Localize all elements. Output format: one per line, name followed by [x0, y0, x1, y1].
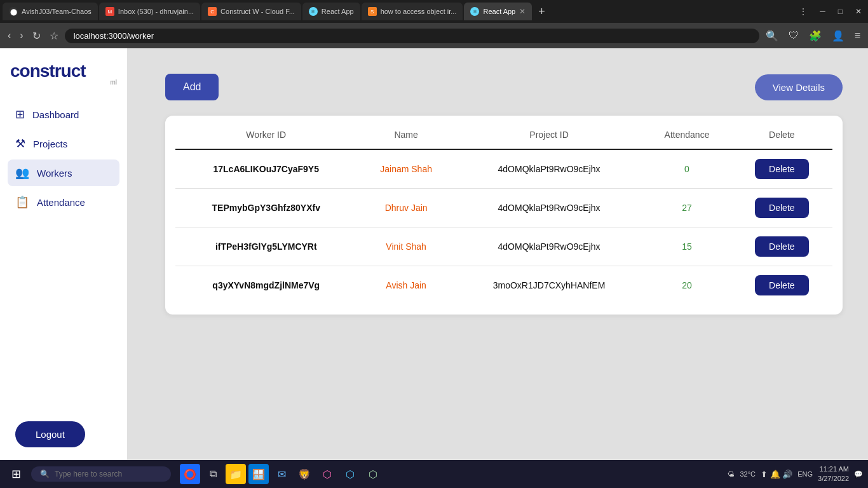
search-button[interactable]: 🔍	[763, 27, 781, 44]
date-display: 3/27/2022	[818, 474, 849, 484]
forward-button[interactable]: ›	[17, 27, 25, 44]
sidebar-item-attendance[interactable]: 📋 Attendance	[8, 189, 119, 215]
col-attendance: Attendance	[642, 121, 731, 149]
sidebar-item-projects[interactable]: ⚒ Projects	[8, 130, 119, 157]
profile-icon[interactable]: 👤	[829, 27, 847, 44]
cell-delete: Delete	[731, 266, 832, 305]
tab-construct[interactable]: C Construct W - Cloud F...	[201, 3, 301, 20]
col-project-id: Project ID	[456, 121, 643, 149]
table-row: q3yXYvN8mgdZjlNMe7Vg Avish Jain 3moOxR1J…	[175, 266, 832, 305]
tab-bar: ⬤ AvishJ03/Team-Chaos M Inbox (530) - dh…	[0, 0, 868, 23]
cell-name: Jainam Shah	[356, 149, 455, 189]
logo-text: construct	[10, 61, 86, 81]
logout-button[interactable]: Logout	[15, 421, 85, 447]
taskbar-app-extra1[interactable]: ⬡	[317, 464, 337, 484]
tab-react2-label: React App	[483, 8, 515, 15]
cell-delete: Delete	[731, 149, 832, 189]
react1-favicon: ⚛	[309, 7, 318, 16]
taskbar-app-explorer[interactable]: 📁	[226, 464, 246, 484]
back-button[interactable]: ‹	[5, 27, 13, 44]
sidebar-item-dashboard[interactable]: ⊞ Dashboard	[8, 101, 119, 128]
cell-delete: Delete	[731, 189, 832, 227]
cell-name: Avish Jain	[356, 266, 455, 305]
taskbar-search: 🔍	[31, 466, 171, 482]
cell-attendance: 15	[642, 227, 731, 266]
github-favicon: ⬤	[9, 7, 18, 16]
cell-project-id: 4dOMQklaPt9RwO9cEjhx	[456, 149, 643, 189]
table-header-row: Worker ID Name Project ID Attendance Del…	[175, 121, 832, 149]
extensions-icon[interactable]: 🧩	[806, 27, 824, 44]
taskbar-search-icon: 🔍	[40, 470, 50, 478]
sidebar-logo: construct ml	[0, 48, 127, 101]
taskbar-apps: ⭕ ⧉ 📁 🪟 ✉ 🦁 ⬡ ⬡ ⬡	[180, 464, 383, 484]
address-bar[interactable]	[65, 29, 759, 43]
table-row: ifTPeH3fGlYg5LYMCYRt Vinit Shah 4dOMQkla…	[175, 227, 832, 266]
cell-worker-id: 17LcA6LIKOuJ7CyaF9Y5	[175, 149, 356, 189]
sys-tray-icons: ⬆ 🔔 🔊	[761, 470, 792, 479]
view-details-button[interactable]: View Details	[755, 74, 843, 100]
taskbar-app-view[interactable]: ⧉	[203, 464, 223, 484]
table-row: 17LcA6LIKOuJ7CyaF9Y5 Jainam Shah 4dOMQkl…	[175, 149, 832, 189]
close-icon[interactable]: ✕	[851, 6, 865, 17]
taskbar: ⊞ 🔍 ⭕ ⧉ 📁 🪟 ✉ 🦁 ⬡ ⬡ ⬡ 🌤 32°C ⬆ 🔔 🔊 ENG 1…	[0, 460, 868, 488]
tab-github[interactable]: ⬤ AvishJ03/Team-Chaos	[3, 3, 98, 20]
start-button[interactable]: ⊞	[5, 464, 27, 484]
col-delete: Delete	[731, 121, 832, 149]
minimize-icon[interactable]: ─	[816, 6, 829, 17]
tab-so-label: how to access object ir...	[381, 8, 457, 15]
tab-menu-icon[interactable]: ⋮	[796, 6, 811, 17]
delete-button-2[interactable]: Delete	[755, 236, 808, 257]
maximize-icon[interactable]: □	[834, 6, 846, 17]
construct-favicon: C	[208, 7, 217, 16]
delete-button-3[interactable]: Delete	[755, 275, 808, 295]
brave-shield-icon[interactable]: 🛡	[786, 27, 801, 44]
time-display: 11:21 AM	[818, 464, 849, 474]
sidebar-item-dashboard-label: Dashboard	[32, 109, 79, 120]
sidebar: construct ml ⊞ Dashboard ⚒ Projects 👥 Wo…	[0, 48, 127, 460]
projects-icon: ⚒	[15, 137, 25, 151]
taskbar-app-cortana[interactable]: ⭕	[180, 464, 200, 484]
taskbar-app-mail[interactable]: ✉	[271, 464, 292, 484]
tab-react2[interactable]: ⚛ React App ✕	[464, 3, 532, 20]
cell-project-id: 3moOxR1JD7CXyhHANfEM	[456, 266, 643, 305]
notification-icon[interactable]: 💬	[854, 470, 863, 478]
cell-worker-id: TEPmybGpY3Ghfz80YXfv	[175, 189, 356, 227]
table-body: 17LcA6LIKOuJ7CyaF9Y5 Jainam Shah 4dOMQkl…	[175, 149, 832, 304]
cell-project-id: 4dOMQklaPt9RwO9cEjhx	[456, 227, 643, 266]
col-name: Name	[356, 121, 455, 149]
cell-name: Dhruv Jain	[356, 189, 455, 227]
main-content: Add View Details Worker ID Name Project …	[127, 48, 868, 460]
table-header: Worker ID Name Project ID Attendance Del…	[175, 121, 832, 149]
menu-icon[interactable]: ≡	[852, 27, 863, 44]
new-tab-button[interactable]: +	[533, 5, 550, 18]
taskbar-app-store[interactable]: 🪟	[248, 464, 269, 484]
cell-worker-id: q3yXYvN8mgdZjlNMe7Vg	[175, 266, 356, 305]
sidebar-footer: Logout	[0, 409, 127, 460]
cell-project-id: 4dOMQklaPt9RwO9cEjhx	[456, 189, 643, 227]
tab-react1-label: React App	[322, 8, 354, 15]
sidebar-item-workers[interactable]: 👥 Workers	[8, 159, 119, 186]
tab-react1[interactable]: ⚛ React App	[302, 3, 360, 20]
taskbar-time: 11:21 AM 3/27/2022	[818, 464, 849, 484]
nav-icons: 🔍 🛡 🧩 👤 ≡	[763, 27, 863, 44]
delete-button-1[interactable]: Delete	[755, 198, 808, 218]
taskbar-app-extra2[interactable]: ⬡	[340, 464, 360, 484]
sidebar-nav: ⊞ Dashboard ⚒ Projects 👥 Workers 📋 Atten…	[0, 101, 127, 409]
taskbar-app-brave[interactable]: 🦁	[294, 464, 315, 484]
sidebar-item-attendance-label: Attendance	[37, 197, 85, 208]
refresh-button[interactable]: ↻	[30, 27, 43, 44]
delete-button-0[interactable]: Delete	[755, 159, 808, 179]
bookmark-button[interactable]: ☆	[47, 27, 61, 44]
tab-gmail-label: Inbox (530) - dhruvjain...	[118, 8, 194, 15]
app-container: construct ml ⊞ Dashboard ⚒ Projects 👥 Wo…	[0, 48, 868, 460]
workers-icon: 👥	[15, 166, 29, 180]
tab-gmail[interactable]: M Inbox (530) - dhruvjain...	[99, 3, 200, 20]
taskbar-search-input[interactable]	[55, 470, 156, 478]
add-button[interactable]: Add	[165, 74, 219, 100]
tab-so[interactable]: S how to access object ir...	[362, 3, 463, 20]
tab-controls: ⋮ ─ □ ✕	[796, 6, 865, 17]
taskbar-app-extra3[interactable]: ⬡	[363, 464, 383, 484]
tab-close-icon[interactable]: ✕	[519, 7, 526, 16]
tab-construct-label: Construct W - Cloud F...	[220, 8, 295, 15]
tab-github-label: AvishJ03/Team-Chaos	[22, 8, 92, 15]
